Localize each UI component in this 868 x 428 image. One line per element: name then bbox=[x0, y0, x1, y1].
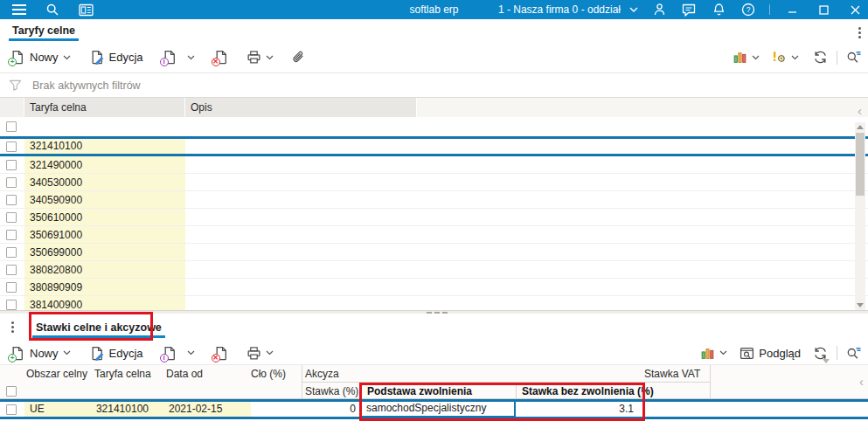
collapse-panel-icon[interactable]: ‹ bbox=[858, 107, 862, 115]
close-button[interactable] bbox=[845, 1, 865, 18]
cell-taryfa-celna[interactable]: 321410100 bbox=[90, 402, 149, 417]
preview-button[interactable]: Podgląd bbox=[740, 346, 801, 361]
maximize-button[interactable] bbox=[814, 1, 833, 18]
refresh-button[interactable] bbox=[813, 346, 828, 361]
column-header-taryfa-celna[interactable]: Taryfa celna bbox=[94, 365, 151, 383]
table-row[interactable]: 340530000 bbox=[0, 174, 868, 191]
column-header-opis[interactable]: Opis bbox=[185, 98, 417, 117]
tab-stawki-celne[interactable]: Stawki celne i akcyzowe bbox=[32, 314, 165, 341]
row-checkbox[interactable] bbox=[6, 195, 17, 205]
company-selector[interactable]: 1 - Nasza firma 0 - oddział bbox=[498, 3, 638, 16]
alerts-settings-button[interactable] bbox=[772, 50, 799, 65]
tariff-code-cell[interactable]: 381400900 bbox=[24, 296, 185, 310]
tariff-code-cell[interactable]: 321490000 bbox=[24, 156, 185, 173]
funnel-icon[interactable] bbox=[9, 79, 22, 92]
column-header-obszar-celny[interactable]: Obszar celny bbox=[26, 365, 87, 383]
select-all-checkbox[interactable] bbox=[6, 386, 17, 397]
search-filter-button[interactable] bbox=[846, 346, 861, 361]
table-row[interactable]: 321490000 bbox=[0, 156, 868, 174]
rates-table-row[interactable]: UE 321410100 2021-02-15 0 samochodSpecja… bbox=[0, 399, 868, 419]
table-row[interactable]: 350691000 bbox=[0, 226, 868, 244]
row-checkbox[interactable] bbox=[6, 142, 17, 152]
row-checkbox[interactable] bbox=[6, 121, 17, 132]
cell-data-od[interactable]: 2021-02-15 bbox=[169, 402, 247, 417]
tariff-code-cell[interactable]: 350699000 bbox=[24, 244, 185, 260]
detail-panel-menu-icon[interactable] bbox=[9, 319, 17, 335]
tariff-code-cell[interactable]: 321410100 bbox=[24, 139, 185, 154]
tariffs-grid: Taryfa celna Opis 321410100 321490000 34… bbox=[0, 98, 868, 310]
notifications-bell-icon[interactable] bbox=[710, 1, 727, 18]
cell-stawka-vat[interactable] bbox=[644, 402, 705, 417]
delete-document-button[interactable]: ✕ bbox=[214, 50, 229, 65]
row-checkbox[interactable] bbox=[6, 404, 17, 415]
scroll-up-icon[interactable] bbox=[857, 125, 864, 129]
chart-view-button[interactable] bbox=[700, 346, 727, 361]
search-icon[interactable] bbox=[44, 1, 61, 18]
tariff-code-cell[interactable]: 350610000 bbox=[24, 209, 185, 225]
new-button[interactable]: + Nowy bbox=[10, 50, 71, 65]
vertical-scrollbar[interactable] bbox=[855, 122, 865, 310]
column-header-stawka-vat[interactable]: Stawka VAT bbox=[644, 365, 700, 383]
row-checkbox[interactable] bbox=[6, 177, 17, 188]
search-filter-button[interactable] bbox=[846, 50, 861, 65]
warning-gear-icon bbox=[772, 50, 787, 65]
chart-view-button[interactable] bbox=[733, 50, 760, 65]
table-row[interactable]: 381400900 bbox=[0, 296, 868, 310]
tariff-code-cell[interactable]: 380820800 bbox=[24, 261, 185, 278]
select-all-header-cell[interactable] bbox=[0, 98, 24, 117]
column-header-podstawa-zwolnienia[interactable]: Podstawa zwolnienia bbox=[367, 383, 472, 400]
collapse-panel-icon[interactable]: ‹ bbox=[859, 377, 864, 386]
column-header-stawka[interactable]: Stawka (%) bbox=[305, 383, 358, 400]
table-row[interactable]: 350699000 bbox=[0, 244, 868, 261]
scroll-up-mini-icon[interactable] bbox=[823, 359, 830, 363]
row-checkbox[interactable] bbox=[6, 300, 17, 310]
print-button[interactable] bbox=[247, 346, 274, 361]
user-icon[interactable] bbox=[650, 1, 668, 18]
scroll-down-icon[interactable] bbox=[857, 303, 864, 307]
info-document-button[interactable]: i bbox=[163, 50, 195, 65]
table-row[interactable]: 321410100 bbox=[0, 136, 868, 156]
column-header-clo[interactable]: Cło (%) bbox=[251, 365, 284, 383]
cell-clo[interactable] bbox=[251, 402, 295, 417]
table-row[interactable]: 380890909 bbox=[0, 279, 868, 296]
cell-podstawa-zwolnienia[interactable]: samochodSpecjalistyczny bbox=[360, 400, 516, 418]
edit-button[interactable]: Edycja bbox=[90, 346, 143, 361]
row-checkbox[interactable] bbox=[6, 282, 17, 293]
info-document-button[interactable]: i bbox=[163, 346, 195, 361]
scrollbar-thumb[interactable] bbox=[856, 133, 865, 196]
column-header-data-od[interactable]: Data od bbox=[166, 365, 203, 383]
hamburger-menu-icon[interactable] bbox=[10, 1, 28, 18]
table-row[interactable]: 340590900 bbox=[0, 191, 868, 209]
column-group-header-akcyza[interactable]: Akcyza bbox=[305, 365, 339, 383]
edit-button[interactable]: Edycja bbox=[90, 50, 143, 65]
news-panel-icon[interactable] bbox=[77, 1, 94, 18]
row-checkbox[interactable] bbox=[6, 247, 17, 258]
refresh-button[interactable] bbox=[813, 50, 828, 65]
row-checkbox[interactable] bbox=[6, 160, 17, 170]
tariff-code-cell[interactable]: 340590900 bbox=[24, 191, 185, 208]
attachment-button[interactable] bbox=[291, 50, 306, 65]
cell-stawka[interactable]: 0 bbox=[302, 402, 356, 417]
bar-chart-icon bbox=[700, 346, 715, 361]
tariff-code-cell[interactable]: 340530000 bbox=[24, 174, 185, 190]
tariff-code-cell[interactable]: 380890909 bbox=[24, 279, 185, 295]
row-checkbox[interactable] bbox=[6, 265, 17, 275]
table-row[interactable]: 350610000 bbox=[0, 209, 868, 226]
new-button[interactable]: + Nowy bbox=[10, 346, 71, 361]
column-header-stawka-bez-zwolnienia[interactable]: Stawka bez zwolnienia (%) bbox=[522, 383, 654, 400]
table-row[interactable]: 380820800 bbox=[0, 261, 868, 279]
row-checkbox[interactable] bbox=[6, 230, 17, 240]
cell-stawka-bez-zwolnienia[interactable]: 3.1 bbox=[516, 402, 634, 417]
cell-obszar-celny[interactable]: UE bbox=[30, 402, 87, 417]
column-header-taryfa-celna[interactable]: Taryfa celna bbox=[24, 98, 185, 117]
minimize-button[interactable] bbox=[782, 1, 802, 18]
print-button[interactable] bbox=[247, 50, 274, 65]
grid-filter-row[interactable] bbox=[0, 117, 868, 136]
help-icon[interactable]: ? bbox=[740, 1, 757, 18]
tab-taryfy-celne[interactable]: Taryfy celne bbox=[9, 19, 79, 42]
delete-document-button[interactable]: ✕ bbox=[214, 346, 229, 361]
messages-icon[interactable] bbox=[680, 1, 698, 18]
row-checkbox[interactable] bbox=[6, 212, 17, 223]
tab-overflow-menu-icon[interactable] bbox=[856, 24, 864, 41]
tariff-code-cell[interactable]: 350691000 bbox=[24, 226, 185, 243]
